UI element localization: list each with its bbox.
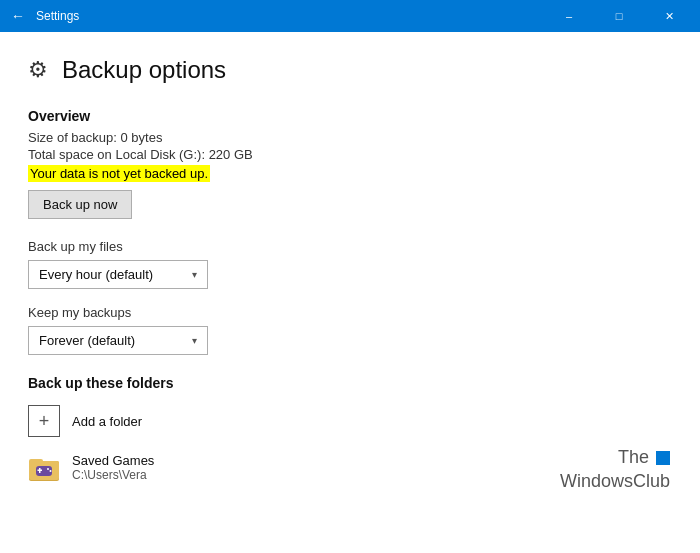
disk-space-label: Total space on Local Disk (G:): 220 GB: [28, 147, 672, 162]
back-button[interactable]: ←: [8, 6, 28, 26]
svg-point-7: [50, 470, 52, 472]
add-folder-item[interactable]: + Add a folder: [28, 405, 672, 437]
saved-games-icon: [28, 451, 60, 483]
page-heading: ⚙ Backup options: [28, 56, 672, 84]
chevron-down-icon: ▾: [192, 269, 197, 280]
keep-backups-dropdown[interactable]: Forever (default) ▾: [28, 326, 208, 355]
add-folder-icon: +: [28, 405, 60, 437]
keep-backups-section: Keep my backups Forever (default) ▾: [28, 305, 672, 355]
warning-message: Your data is not yet backed up.: [28, 165, 210, 182]
folders-section-title: Back up these folders: [28, 375, 672, 391]
overview-title: Overview: [28, 108, 672, 124]
overview-section: Overview Size of backup: 0 bytes Total s…: [28, 108, 672, 239]
watermark: The WindowsClub: [560, 446, 670, 493]
add-folder-label: Add a folder: [72, 414, 142, 429]
saved-games-path: C:\Users\Vera: [72, 468, 154, 482]
maximize-button[interactable]: □: [596, 0, 642, 32]
chevron-down-icon-2: ▾: [192, 335, 197, 346]
page-title: Backup options: [62, 56, 226, 84]
title-bar-title: Settings: [36, 9, 538, 23]
close-button[interactable]: ✕: [646, 0, 692, 32]
backup-frequency-dropdown[interactable]: Every hour (default) ▾: [28, 260, 208, 289]
accent-square: [656, 451, 670, 465]
keep-backups-label: Keep my backups: [28, 305, 672, 320]
title-bar: ← Settings – □ ✕: [0, 0, 700, 32]
saved-games-name: Saved Games: [72, 453, 154, 468]
keep-backups-value: Forever (default): [39, 333, 135, 348]
settings-icon: ⚙: [28, 57, 48, 83]
backup-frequency-section: Back up my files Every hour (default) ▾: [28, 239, 672, 289]
backup-frequency-label: Back up my files: [28, 239, 672, 254]
minimize-button[interactable]: –: [546, 0, 592, 32]
svg-point-6: [47, 468, 49, 470]
backup-frequency-value: Every hour (default): [39, 267, 153, 282]
svg-rect-5: [38, 470, 43, 472]
backup-now-button[interactable]: Back up now: [28, 190, 132, 219]
window-controls: – □ ✕: [546, 0, 692, 32]
backup-size-label: Size of backup: 0 bytes: [28, 130, 672, 145]
